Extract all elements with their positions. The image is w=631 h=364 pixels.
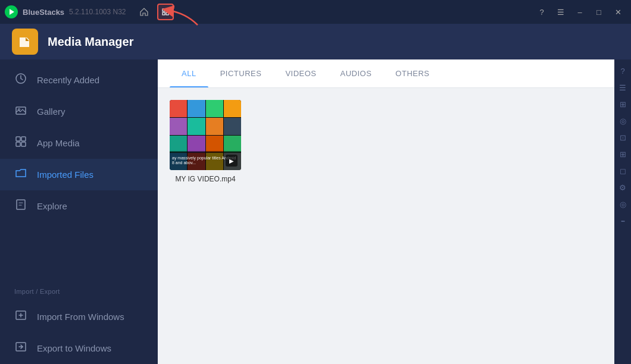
folder-icon [14, 167, 27, 182]
tab-others[interactable]: OTHERS [383, 59, 441, 87]
sidebar: Recently Added Gallery [0, 59, 158, 364]
app-name: BlueStacks [23, 8, 64, 17]
sidebar-item-gallery[interactable]: Gallery [0, 96, 158, 127]
import-export-section: Import / Export Import From Windows [0, 276, 158, 364]
sidebar-item-recently-added[interactable]: Recently Added [0, 64, 158, 96]
sidebar-item-export[interactable]: Export to Windows [0, 332, 158, 364]
app-version: 5.2.110.1003 N32 [69, 8, 126, 16]
minimize-button[interactable]: – [571, 4, 588, 20]
clock-icon [14, 73, 27, 87]
sidebar-item-app-media[interactable]: App Media [0, 127, 158, 159]
menu-button[interactable]: ☰ [552, 4, 569, 20]
sidebar-item-label: Imported Files [37, 170, 93, 180]
gallery-icon [14, 104, 27, 119]
media-manager-button[interactable] [157, 4, 174, 20]
sidebar-item-label: Explore [37, 201, 67, 211]
close-button[interactable]: ✕ [610, 4, 626, 20]
play-icon: ▶ [226, 155, 238, 167]
sidebar-item-label: Recently Added [37, 75, 99, 85]
right-btn-target[interactable]: ◎ [616, 197, 629, 211]
title-bar: BlueStacks 5.2.110.1003 N32 [0, 0, 631, 24]
svg-rect-2 [163, 9, 165, 11]
file-item[interactable]: ay massively popular titles Android 8 an… [170, 100, 241, 183]
svg-rect-13 [17, 200, 25, 209]
bookmark-icon [14, 199, 27, 214]
maximize-button[interactable]: □ [591, 4, 607, 20]
right-btn-camera[interactable]: ◎ [616, 114, 629, 127]
tab-pictures[interactable]: PICTURES [208, 59, 274, 87]
tabs-bar: ALL PICTURES VIDEOS AUDIOS OTHERS [158, 59, 614, 88]
right-sidebar: ? ☰ ⊞ ◎ ⊡ ⊞ ◻ ⚙ ◎ ••• [614, 59, 631, 364]
sidebar-item-label: Gallery [37, 106, 65, 117]
file-thumbnail: ay massively popular titles Android 8 an… [170, 100, 241, 170]
header-title: Media Manager [48, 35, 133, 49]
grid-icon [14, 136, 27, 150]
svg-rect-3 [166, 9, 168, 11]
svg-rect-12 [21, 142, 26, 146]
sidebar-item-import[interactable]: Import From Windows [0, 301, 158, 332]
export-icon [14, 341, 27, 356]
app-header: Media Manager [0, 24, 631, 59]
right-btn-settings[interactable]: ⚙ [616, 181, 629, 194]
right-btn-window[interactable]: ◻ [616, 164, 629, 177]
tab-videos[interactable]: VIDEOS [273, 59, 328, 87]
bluestacks-logo [5, 5, 18, 18]
svg-rect-10 [21, 137, 26, 141]
home-button[interactable] [136, 4, 152, 20]
sidebar-item-label: Export to Windows [37, 343, 111, 353]
import-export-label: Import / Export [14, 288, 60, 295]
files-grid: ay massively popular titles Android 8 an… [158, 88, 614, 364]
right-btn-grid[interactable]: ⊞ [616, 98, 629, 111]
header-icon [12, 29, 38, 55]
svg-rect-9 [16, 137, 20, 141]
help-button[interactable]: ? [533, 4, 550, 20]
tab-audios[interactable]: AUDIOS [329, 59, 384, 87]
sidebar-item-label: App Media [37, 138, 80, 148]
content-area: ALL PICTURES VIDEOS AUDIOS OTHERS [158, 59, 614, 364]
file-name: MY IG VIDEO.mp4 [175, 175, 235, 183]
sidebar-item-explore[interactable]: Explore [0, 190, 158, 222]
sidebar-item-imported-files[interactable]: Imported Files [0, 159, 158, 190]
tab-all[interactable]: ALL [170, 59, 208, 87]
svg-rect-4 [163, 12, 165, 15]
svg-rect-5 [166, 12, 168, 15]
right-btn-screen[interactable]: ⊡ [616, 131, 629, 144]
right-btn-more[interactable]: ••• [616, 214, 629, 227]
sidebar-item-label: Import From Windows [37, 312, 124, 322]
right-btn-help[interactable]: ? [616, 64, 629, 77]
svg-rect-11 [16, 142, 20, 146]
import-export-header: Import / Export [0, 276, 158, 301]
right-btn-apps[interactable]: ⊞ [616, 148, 629, 161]
import-icon [14, 309, 27, 324]
right-btn-menu[interactable]: ☰ [616, 81, 629, 94]
